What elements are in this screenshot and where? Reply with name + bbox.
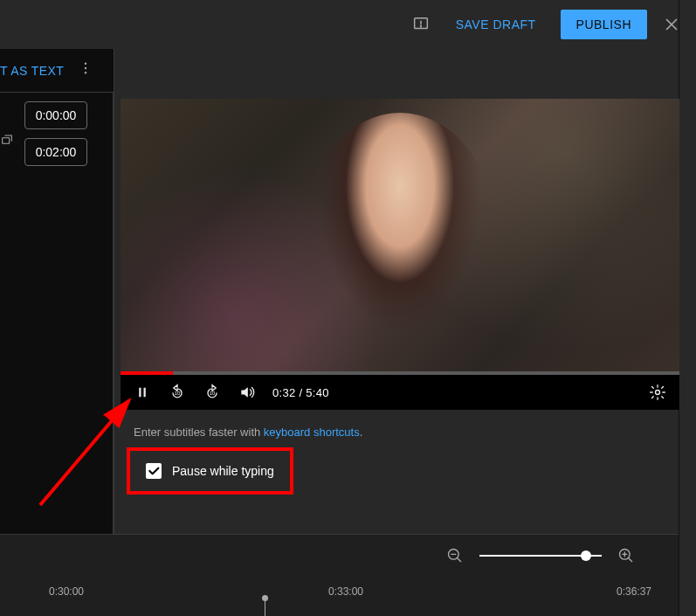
hint-prefix: Enter subtitles faster with [134,426,264,439]
pause-while-typing-label: Pause while typing [172,464,274,478]
keyboard-hint: Enter subtitles faster with keyboard sho… [134,426,679,439]
video-progress-fill [121,371,173,375]
pause-while-typing-box: Pause while typing [127,447,293,495]
main-area: 10 10 0:32 / 5:40 [114,49,679,534]
pause-while-typing-checkbox[interactable] [146,463,162,479]
svg-rect-6 [139,388,141,398]
pause-icon[interactable] [133,383,152,402]
edit-as-text-button[interactable]: T AS TEXT [0,57,64,85]
zoom-controls [0,535,679,566]
video-controls: 10 10 0:32 / 5:40 [121,375,679,410]
zoom-out-icon[interactable] [444,545,465,566]
video-progress-bar[interactable] [121,371,679,375]
start-time-input[interactable] [24,101,87,129]
timeline-tick: 0:30:00 [49,585,84,598]
right-edge-strip [679,0,696,616]
svg-point-2 [85,63,86,65]
svg-point-1 [420,26,421,27]
timeline-tick: 0:36:37 [617,585,651,598]
svg-rect-5 [3,138,10,144]
top-bar: SAVE DRAFT PUBLISH [0,0,696,49]
svg-rect-7 [144,388,146,398]
video-frame[interactable] [121,99,679,371]
timeline-tick: 0:33:00 [328,585,363,598]
end-time-input[interactable] [24,138,87,166]
publish-button[interactable]: PUBLISH [561,10,647,39]
zoom-slider-thumb[interactable] [581,550,591,561]
subtitle-entry-icon [0,134,14,148]
svg-point-10 [656,391,660,395]
rewind-10-icon[interactable]: 10 [168,383,187,402]
forward-10-icon[interactable]: 10 [203,383,222,402]
current-time: 0:32 [272,386,296,399]
timeline-playhead[interactable] [265,599,265,616]
time-display: 0:32 / 5:40 [272,386,329,399]
svg-point-3 [85,67,86,69]
svg-text:10: 10 [175,391,181,396]
total-time: 5:40 [306,386,329,399]
video-player: 10 10 0:32 / 5:40 [121,99,679,410]
subtitle-timing-pane [0,93,114,534]
hint-suffix: . [360,426,363,439]
feedback-icon[interactable] [410,14,431,35]
keyboard-shortcuts-link[interactable]: keyboard shortcuts [264,426,360,439]
svg-text:10: 10 [210,391,216,396]
timeline[interactable]: 0:30:00 0:33:00 0:36:37 [0,585,679,616]
volume-icon[interactable] [238,383,257,402]
save-draft-button[interactable]: SAVE DRAFT [445,10,547,38]
zoom-in-icon[interactable] [616,545,637,566]
more-options-icon[interactable] [71,60,100,80]
zoom-slider[interactable] [479,555,602,557]
settings-gear-icon[interactable] [648,383,667,402]
timeline-bar: 0:30:00 0:33:00 0:36:37 [0,534,679,616]
svg-point-4 [85,72,86,73]
